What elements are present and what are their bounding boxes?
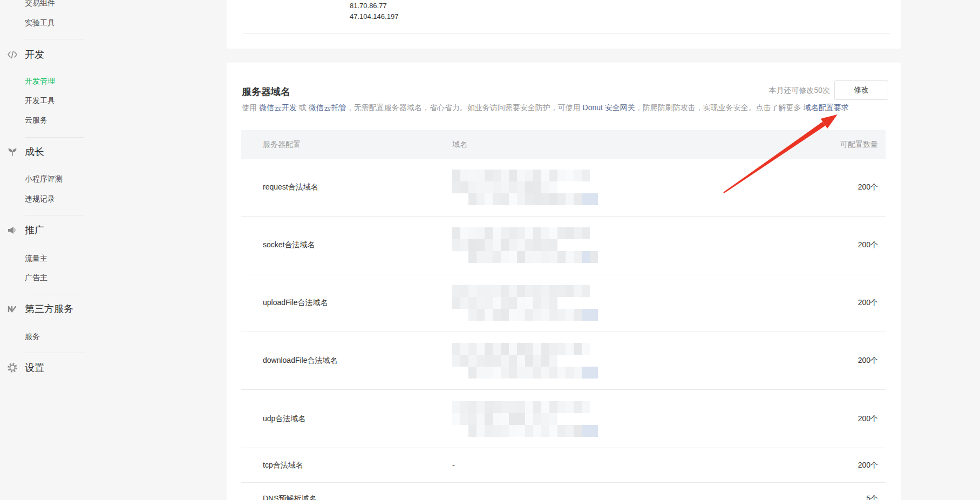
- sidebar-item-develop-tools[interactable]: 开发工具: [0, 94, 162, 107]
- sidebar-item-label: 广告主: [25, 273, 47, 283]
- redacted-domains-mosaic: [452, 227, 598, 263]
- sidebar-item-cloud-service[interactable]: 云服务: [0, 114, 162, 127]
- quota-value: 200个: [788, 298, 886, 308]
- server-domain-table: 服务器配置 域名 可配置数量 request合法域名 200个 socket合法…: [241, 130, 886, 500]
- ip-address: 81.70.86.77: [350, 1, 387, 11]
- config-type: udp合法域名: [241, 414, 452, 424]
- redacted-domains-mosaic: [452, 170, 598, 205]
- sidebar-item-service[interactable]: 服务: [0, 330, 162, 343]
- sidebar-item-label: 云服务: [25, 116, 47, 125]
- sidebar-group-label: 推广: [25, 224, 44, 237]
- code-icon: [6, 49, 18, 60]
- sidebar-item-miniprogram-evaluation[interactable]: 小程序评测: [0, 173, 162, 186]
- redacted-domains-mosaic: [452, 401, 598, 437]
- description-segment: 使用: [242, 103, 259, 112]
- link-wechat-cloud-dev[interactable]: 微信云开发: [259, 103, 297, 112]
- megaphone-icon: [6, 224, 18, 236]
- description-text: 使用 微信云开发 或 微信云托管，无需配置服务器域名，省心省力。如业务访问需要安…: [242, 103, 849, 113]
- sidebar-divider: [25, 39, 84, 39]
- sidebar-item-label: 开发管理: [25, 77, 55, 86]
- sidebar-item-label: 小程序评测: [25, 174, 63, 184]
- table-row: tcp合法域名 - 200个: [241, 448, 886, 483]
- sidebar-item-label: 服务: [25, 332, 40, 342]
- config-type: DNS预解析域名: [241, 494, 452, 500]
- card-divider: [243, 33, 890, 34]
- sidebar-item-violation-records[interactable]: 违规记录: [0, 193, 162, 206]
- page-title: 服务器域名: [242, 85, 290, 98]
- sidebar-group-settings[interactable]: 设置: [0, 361, 162, 374]
- domain-value: -: [452, 461, 788, 470]
- sidebar-group-label: 设置: [25, 361, 44, 374]
- description-segment: ，防爬防刷防攻击，实现业务安全。点击了解更多: [635, 103, 804, 112]
- sidebar-item-trade-components[interactable]: 交易组件: [0, 0, 162, 10]
- column-header-domain: 域名: [452, 140, 788, 150]
- sidebar-item-label: 实验工具: [25, 18, 55, 28]
- sidebar-item-experiment-tools[interactable]: 实验工具: [0, 17, 162, 30]
- sidebar-divider: [25, 353, 84, 353]
- config-type: socket合法域名: [241, 240, 452, 250]
- config-type: downloadFile合法域名: [241, 356, 452, 366]
- sidebar-item-label: 违规记录: [25, 194, 55, 204]
- sidebar: 交易组件 实验工具 开发 开发管理 开发工具 云服务 成长 小程序评测: [0, 0, 162, 500]
- sidebar-group-develop[interactable]: 开发: [0, 48, 162, 61]
- quota-value: 200个: [788, 356, 886, 366]
- table-header-row: 服务器配置 域名 可配置数量: [241, 130, 886, 159]
- server-domain-card: 服务器域名 本月还可修改50次 修改 使用 微信云开发 或 微信云托管，无需配置…: [227, 63, 901, 500]
- sidebar-divider: [25, 294, 84, 294]
- config-type: request合法域名: [241, 183, 452, 192]
- sidebar-item-traffic-owner[interactable]: 流量主: [0, 252, 162, 265]
- column-header-quota: 可配置数量: [788, 140, 886, 150]
- sidebar-item-label: 开发工具: [25, 96, 55, 106]
- sidebar-group-third-party-service[interactable]: 第三方服务: [0, 302, 162, 315]
- table-row: socket合法域名 200个: [241, 217, 886, 274]
- sidebar-group-growth[interactable]: 成长: [0, 145, 162, 158]
- config-type: tcp合法域名: [241, 461, 452, 470]
- description-segment: ，无需配置服务器域名，省心省力。如业务访问需要安全防护，可使用: [346, 103, 583, 112]
- description-segment: 或: [297, 103, 309, 112]
- quota-value: 200个: [788, 183, 886, 192]
- redacted-domains-mosaic: [452, 343, 598, 379]
- table-row: udp合法域名 200个: [241, 390, 886, 448]
- sidebar-group-label: 开发: [25, 48, 44, 61]
- gear-icon: [6, 362, 18, 374]
- sidebar-divider: [25, 215, 84, 215]
- redacted-domains-mosaic: [452, 285, 598, 321]
- quota-value: 200个: [788, 461, 886, 470]
- link-wechat-cloud-hosting[interactable]: 微信云托管: [309, 103, 346, 112]
- link-domain-config-requirements[interactable]: 域名配置要求: [804, 103, 849, 112]
- quota-value: 200个: [788, 240, 886, 250]
- third-party-icon: [6, 303, 18, 315]
- sidebar-item-label: 流量主: [25, 254, 47, 263]
- table-row: DNS预解析域名 5个: [241, 483, 886, 500]
- monthly-quota-note: 本月还可修改50次: [768, 86, 830, 96]
- quota-value: 200个: [788, 414, 886, 424]
- ip-address: 47.104.146.197: [350, 12, 398, 22]
- sidebar-group-label: 第三方服务: [25, 302, 73, 315]
- ip-whitelist-card: 81.70.86.77 47.104.146.197: [227, 0, 901, 49]
- link-donut-security-gateway[interactable]: Donut 安全网关: [583, 103, 635, 112]
- sidebar-group-label: 成长: [25, 145, 44, 158]
- quota-value: 5个: [788, 494, 886, 500]
- sidebar-item-develop-management[interactable]: 开发管理: [0, 75, 162, 88]
- table-row: request合法域名 200个: [241, 159, 886, 217]
- sidebar-divider: [25, 137, 84, 138]
- sidebar-item-label: 交易组件: [25, 0, 55, 8]
- table-row: uploadFile合法域名 200个: [241, 274, 886, 332]
- column-header-config: 服务器配置: [241, 140, 452, 150]
- modify-button[interactable]: 修改: [834, 80, 888, 100]
- sprout-icon: [6, 146, 18, 158]
- table-row: downloadFile合法域名 200个: [241, 332, 886, 390]
- sidebar-group-promotion[interactable]: 推广: [0, 224, 162, 237]
- config-type: uploadFile合法域名: [241, 298, 452, 308]
- sidebar-item-advertiser[interactable]: 广告主: [0, 272, 162, 285]
